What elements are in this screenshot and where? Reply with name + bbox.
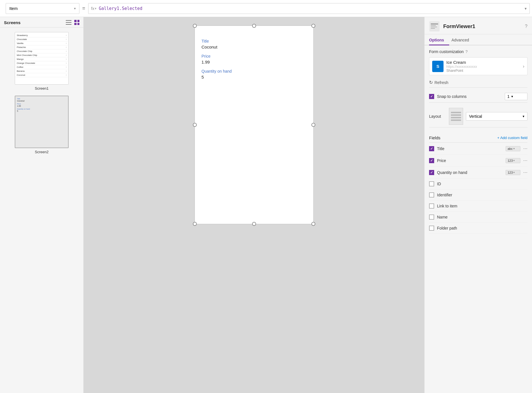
sidebar-header-icons: [66, 20, 79, 25]
tab-advanced[interactable]: Advanced: [451, 35, 474, 45]
field-row-name: Name: [429, 212, 527, 223]
snap-label: Snap to columns: [437, 94, 502, 99]
handle-mr[interactable]: [311, 123, 315, 127]
handle-br[interactable]: [311, 222, 315, 226]
canvas-qty-value: 5: [202, 75, 307, 79]
canvas-title-label: Title: [202, 39, 307, 43]
form-customization-label: Form customization ?: [429, 49, 527, 54]
datasource-url: https://xxxxxxxxxxxx: [446, 65, 497, 69]
panel-tabs: Options Advanced: [425, 35, 532, 45]
thumb-qty-value: 5: [17, 110, 66, 112]
canvas-price-value: 1.99: [202, 60, 307, 64]
panel-header: FormViewer1 ?: [425, 17, 532, 34]
sharepoint-icon: S: [432, 61, 444, 72]
field-id-checkbox[interactable]: [429, 181, 434, 186]
screen1-thumb: Strawberry› Chocolate› Vanilla› Pistachi…: [15, 32, 69, 85]
layout-chevron: ▾: [523, 114, 524, 118]
snap-checkbox[interactable]: ✓: [429, 94, 434, 99]
layout-preview: [449, 108, 463, 125]
tab-options[interactable]: Options: [429, 35, 449, 45]
field-row-folderpath: Folder path: [429, 223, 527, 234]
refresh-icon: ↻: [429, 80, 433, 85]
thumb-list-item: Chocolate Chip›: [16, 49, 68, 53]
form-canvas[interactable]: Title Coconut Price 1.99 Quantity on han…: [195, 26, 314, 224]
handle-tc[interactable]: [252, 24, 256, 28]
list-view-icon[interactable]: [66, 20, 71, 25]
field-name-checkbox[interactable]: [429, 215, 434, 220]
field-qty-more[interactable]: ···: [523, 169, 527, 175]
svg-rect-3: [431, 27, 437, 27]
field-id-name: ID: [437, 182, 527, 186]
field-identifier-checkbox[interactable]: [429, 192, 434, 197]
field-price-checkbox[interactable]: ✓: [429, 158, 434, 163]
fx-label: fx ▾: [91, 6, 97, 11]
sidebar-title: Screens: [4, 20, 20, 25]
screen2-thumb: Title Coconut Price 1.99 Quantity on han…: [15, 96, 69, 148]
thumb-list-item: Orange Chocolate›: [16, 61, 68, 65]
formviewer-icon: [429, 21, 440, 32]
thumb-list-item: Coffee›: [16, 65, 68, 69]
layout-row: Layout Vertical ▾: [429, 106, 527, 127]
formula-dropdown-chevron[interactable]: ▾: [525, 6, 527, 11]
item-selector-chevron: ▾: [74, 7, 76, 10]
layout-label: Layout: [429, 114, 446, 119]
screen2-item[interactable]: Title Coconut Price 1.99 Quantity on han…: [4, 96, 79, 154]
thumb-list-item: Mint Chocolate Chip›: [16, 53, 68, 57]
screens-list: Strawberry› Chocolate› Vanilla› Pistachi…: [0, 28, 83, 393]
field-row-linktoitem: Link to item: [429, 201, 527, 212]
fields-label: Fields: [429, 135, 440, 140]
thumb-title-label: Title: [17, 98, 66, 100]
field-folderpath-name: Folder path: [437, 226, 527, 230]
screen1-thumb-list: Strawberry› Chocolate› Vanilla› Pistachi…: [15, 32, 68, 78]
layout-select[interactable]: Vertical ▾: [466, 112, 527, 121]
right-panel: FormViewer1 ? Options Advanced Form cust…: [424, 17, 532, 393]
handle-tl[interactable]: [193, 24, 197, 28]
field-folderpath-checkbox[interactable]: [429, 226, 434, 231]
datasource-row[interactable]: S Ice Cream https://xxxxxxxxxxxx SharePo…: [429, 57, 527, 75]
item-selector-label: Item: [9, 6, 18, 11]
screen1-item[interactable]: Strawberry› Chocolate› Vanilla› Pistachi…: [4, 32, 79, 91]
field-price-type[interactable]: 123 ▾: [506, 158, 520, 163]
top-bar: Item ▾ = fx ▾ Gallery1.Selected ▾: [0, 0, 532, 17]
refresh-row[interactable]: ↻ Refresh: [429, 79, 527, 88]
field-title-type[interactable]: abc ▾: [506, 146, 520, 151]
field-qty-name: Quantity on hand: [437, 170, 503, 175]
layout-value: Vertical: [469, 114, 482, 119]
handle-tr[interactable]: [311, 24, 315, 28]
field-qty-type[interactable]: 123 ▾: [506, 170, 520, 175]
sidebar: Screens Strawberry› Chocolate› Vanilla›: [0, 17, 84, 393]
panel-title: FormViewer1: [443, 24, 475, 30]
svg-rect-1: [431, 24, 438, 24]
field-linktoitem-checkbox[interactable]: [429, 203, 434, 209]
columns-select[interactable]: 1 ▾: [505, 93, 527, 100]
thumb-qty-label: Quantity on hand: [17, 108, 66, 110]
item-selector[interactable]: Item ▾: [6, 3, 79, 14]
thumb-list-item: Vanilla›: [16, 41, 68, 45]
fields-header: Fields + Add custom field: [429, 133, 527, 143]
thumb-list-item: Strawberry›: [16, 33, 68, 37]
field-title-more[interactable]: ···: [523, 146, 527, 152]
grid-view-icon[interactable]: [74, 20, 79, 25]
panel-help-icon[interactable]: ?: [525, 24, 527, 29]
formula-text: Gallery1.Selected: [99, 6, 525, 11]
screen2-thumb-form: Title Coconut Price 1.99 Quantity on han…: [15, 96, 68, 115]
canvas-title-value: Coconut: [202, 45, 307, 49]
field-qty-checkbox[interactable]: ✓: [429, 170, 434, 175]
handle-bc[interactable]: [252, 222, 256, 226]
formula-bar[interactable]: fx ▾ Gallery1.Selected ▾: [88, 3, 530, 14]
form-customization-help-icon[interactable]: ?: [465, 49, 468, 54]
equals-sign: =: [82, 5, 85, 11]
handle-bl[interactable]: [193, 222, 197, 226]
panel-options-section: Form customization ? S Ice Cream https:/…: [425, 45, 532, 133]
handle-ml[interactable]: [193, 123, 197, 127]
thumb-list-item: Mango›: [16, 57, 68, 61]
datasource-caret[interactable]: ›: [523, 64, 524, 69]
add-custom-field-button[interactable]: + Add custom field: [497, 136, 527, 140]
snap-to-columns-row: ✓ Snap to columns 1 ▾: [429, 91, 527, 103]
canvas-area[interactable]: Title Coconut Price 1.99 Quantity on han…: [84, 17, 424, 393]
thumb-title-value: Coconut: [17, 100, 66, 102]
field-title-checkbox[interactable]: ✓: [429, 146, 434, 151]
field-price-more[interactable]: ···: [523, 157, 527, 163]
columns-chevron: ▾: [511, 94, 513, 98]
field-linktoitem-name: Link to item: [437, 204, 527, 208]
